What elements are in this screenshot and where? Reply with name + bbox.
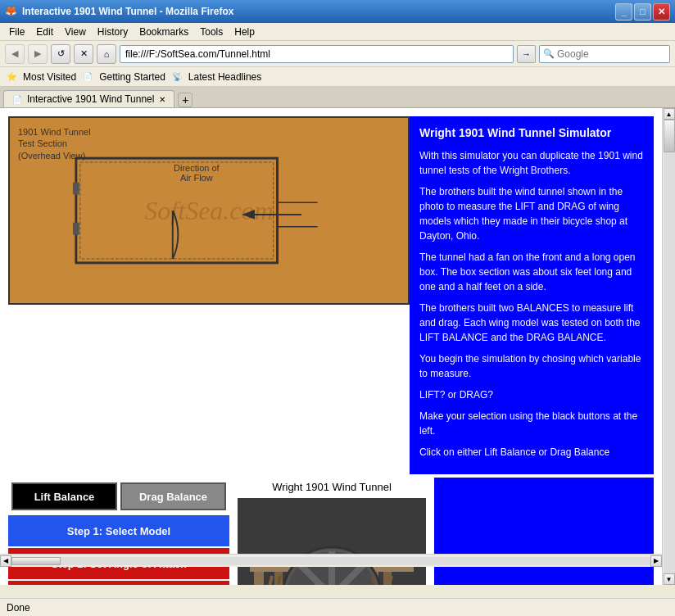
vertical-scrollbar: ▲ ▼ (662, 108, 675, 585)
menu-bar: File Edit View History Bookmarks Tools H… (0, 23, 675, 41)
address-bar[interactable] (120, 45, 514, 63)
scroll-track (664, 120, 675, 573)
bookmark-headlines-icon: 📡 (172, 72, 182, 81)
title-bar: 🦊 Interactive 1901 Wind Tunnel - Mozilla… (0, 0, 675, 23)
scroll-thumb[interactable] (664, 120, 675, 152)
info-para-7: Click on either Lift Balance or Drag Bal… (419, 445, 644, 460)
drag-balance-button[interactable]: Drag Balance (120, 482, 226, 510)
main-content-area: 1901 Wind Tunnel Test Section (Overhead … (0, 108, 675, 585)
tab-close-button[interactable]: ✕ (159, 95, 165, 104)
window-title: Interactive 1901 Wind Tunnel - Mozilla F… (22, 6, 615, 17)
tab-bar: 📄 Interactive 1901 Wind Tunnel ✕ + (0, 87, 675, 108)
tab-icon: 📄 (12, 95, 22, 104)
photo-title: Wright 1901 Wind Tunnel (272, 481, 392, 493)
menu-view[interactable]: View (59, 25, 92, 39)
info-title: Wright 1901 Wind Tunnel Simulator (419, 125, 644, 142)
window-controls: _ □ ✕ (615, 3, 670, 20)
content-wrapper: 1901 Wind Tunnel Test Section (Overhead … (0, 108, 675, 585)
page-inner: 1901 Wind Tunnel Test Section (Overhead … (0, 108, 662, 585)
step1-button[interactable]: Step 1: Select Model (8, 515, 229, 546)
reload-button[interactable]: ↺ (51, 44, 70, 64)
scroll-up-button[interactable]: ▲ (664, 108, 675, 120)
scroll-down-button[interactable]: ▼ (664, 573, 675, 585)
step3-button[interactable]: Step 3: Start Tunnel (8, 581, 229, 585)
menu-help[interactable]: Help (229, 25, 260, 39)
menu-file[interactable]: File (3, 25, 30, 39)
top-main-area: 1901 Wind Tunnel Test Section (Overhead … (8, 116, 654, 474)
bookmarks-bar: ⭐ Most Visited 📄 Getting Started 📡 Lates… (0, 67, 675, 87)
svg-rect-5 (73, 223, 79, 235)
hscroll-right-button[interactable]: ▶ (650, 555, 662, 567)
go-button[interactable]: → (517, 45, 536, 63)
lift-balance-button[interactable]: Lift Balance (11, 482, 117, 510)
new-tab-button[interactable]: + (178, 93, 193, 107)
bookmark-visited-icon: ⭐ (7, 72, 16, 81)
nav-bar: ◀ ▶ ↺ ✕ ⌂ → 🔍 (0, 41, 675, 67)
stop-button[interactable]: ✕ (74, 44, 93, 64)
info-para-2: The tunnel had a fan on the front and a … (419, 250, 644, 294)
right-panel-bottom-filler (434, 478, 654, 585)
info-para-1: The brothers built the wind tunnel shown… (419, 184, 644, 243)
horizontal-scrollbar: ◀ ▶ (0, 554, 662, 567)
hscroll-left-button[interactable]: ◀ (0, 555, 11, 567)
menu-tools[interactable]: Tools (194, 25, 229, 39)
info-para-3: The brothers built two BALANCES to measu… (419, 301, 644, 345)
right-info-panel: Wright 1901 Wind Tunnel Simulator With t… (410, 116, 654, 474)
status-text: Done (7, 602, 30, 614)
minimize-button[interactable]: _ (615, 3, 632, 20)
bookmark-latest-headlines[interactable]: Latest Headlines (188, 71, 261, 83)
bottom-row: Lift Balance Drag Balance Step 1: Select… (8, 478, 654, 585)
browser-icon: 🦊 (5, 5, 18, 18)
back-button[interactable]: ◀ (5, 44, 25, 64)
svg-rect-4 (73, 183, 79, 195)
bookmark-getting-started[interactable]: Getting Started (99, 71, 165, 83)
tunnel-photo-svg (238, 498, 426, 585)
bookmark-most-visited[interactable]: Most Visited (23, 71, 76, 83)
search-input[interactable] (557, 48, 664, 60)
info-para-0: With this simulator you can duplicate th… (419, 148, 644, 178)
search-icon: 🔍 (543, 48, 555, 59)
bookmark-started-icon: 📄 (83, 72, 93, 81)
tunnel-photo (238, 498, 426, 585)
info-para-6: Make your selection using the black butt… (419, 409, 644, 438)
menu-edit[interactable]: Edit (30, 25, 59, 39)
status-bar: Done (0, 598, 675, 616)
hscroll-thumb[interactable] (11, 557, 61, 565)
left-controls: Lift Balance Drag Balance Step 1: Select… (8, 478, 229, 585)
home-button[interactable]: ⌂ (97, 44, 116, 64)
info-para-5: LIFT? or DRAG? (419, 387, 644, 402)
balance-buttons: Lift Balance Drag Balance (8, 478, 229, 515)
tab-main[interactable]: 📄 Interactive 1901 Wind Tunnel ✕ (3, 90, 174, 107)
close-button[interactable]: ✕ (653, 3, 670, 20)
center-photo-area: Wright 1901 Wind Tunnel (229, 478, 434, 585)
menu-bookmarks[interactable]: Bookmarks (134, 25, 194, 39)
page-content: 1901 Wind Tunnel Test Section (Overhead … (0, 108, 662, 585)
tunnel-diagram: 1901 Wind Tunnel Test Section (Overhead … (8, 116, 410, 305)
maximize-button[interactable]: □ (634, 3, 651, 20)
menu-history[interactable]: History (92, 25, 134, 39)
tunnel-diagram-svg (10, 118, 408, 303)
tab-label: Interactive 1901 Wind Tunnel (27, 93, 154, 105)
forward-button[interactable]: ▶ (28, 44, 48, 64)
info-para-4: You begin the simulation by chosing whic… (419, 351, 644, 381)
hscroll-track (11, 557, 650, 565)
